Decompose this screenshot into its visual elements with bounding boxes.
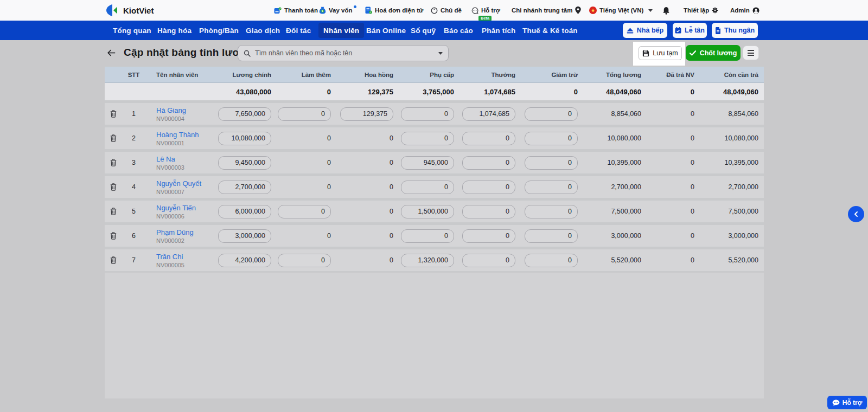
salary-input[interactable]: 129,375 xyxy=(340,107,393,121)
employee-name-link[interactable]: Nguyễn Quyết xyxy=(156,179,201,188)
salary-input[interactable]: 0 xyxy=(401,181,454,194)
trash-icon[interactable] xyxy=(110,183,117,191)
nha-bep-button[interactable]: Nhà bếp xyxy=(623,23,667,38)
nav-tab-10[interactable]: Phân tích xyxy=(482,21,516,40)
cell-4: 0 xyxy=(454,254,515,267)
salary-input[interactable]: 9,450,000 xyxy=(218,156,271,170)
trash-icon[interactable] xyxy=(110,110,117,118)
thu-ngan-button[interactable]: Thu ngân xyxy=(712,23,758,38)
employee-name-link[interactable]: Nguyễn Tiến xyxy=(156,204,196,212)
topbar-item-admin[interactable]: Admin xyxy=(730,0,760,21)
summary-value-0: 43,080,000 xyxy=(212,88,271,96)
table-row: 5Nguyễn TiếnNV0000066,000,000001,500,000… xyxy=(105,198,764,222)
row-index: 3 xyxy=(122,159,145,166)
salary-input[interactable]: 1,074,685 xyxy=(462,107,515,121)
salary-input[interactable]: 0 xyxy=(525,181,578,194)
language-caret-icon xyxy=(648,9,653,12)
salary-input[interactable]: 6,000,000 xyxy=(218,205,271,218)
cell-2: 0 xyxy=(331,134,393,142)
nav-tab-1[interactable]: Tổng quan xyxy=(113,21,151,40)
delete-row-button[interactable] xyxy=(105,183,122,191)
delete-row-button[interactable] xyxy=(105,159,122,166)
salary-input[interactable]: 4,200,000 xyxy=(218,254,271,267)
cell-0: 6,000,000 xyxy=(212,205,271,218)
salary-input[interactable]: 0 xyxy=(525,254,578,267)
le-tan-button[interactable]: Lễ tân xyxy=(673,23,707,38)
salary-input[interactable]: 0 xyxy=(401,107,454,121)
delete-row-button[interactable] xyxy=(105,134,122,142)
notifications-button[interactable] xyxy=(662,0,670,21)
salary-input[interactable]: 0 xyxy=(525,205,578,218)
salary-input[interactable]: 0 xyxy=(278,205,331,218)
search-dropdown-caret-icon[interactable] xyxy=(438,52,443,55)
salary-input[interactable]: 0 xyxy=(525,132,578,145)
salary-input[interactable]: 0 xyxy=(462,181,515,194)
finalize-salary-button[interactable]: Chốt lương xyxy=(686,45,741,61)
nav-tab-5[interactable]: Đối tác xyxy=(286,21,311,40)
topbar-item-lang[interactable]: ★Tiếng Việt (VN) xyxy=(589,0,653,21)
salary-input[interactable]: 0 xyxy=(525,229,578,243)
trash-icon[interactable] xyxy=(110,159,117,166)
save-draft-button[interactable]: Lưu tạm xyxy=(639,46,682,60)
nav-tab-11[interactable]: Thuế & Kế toán xyxy=(522,21,578,40)
nav-tab-8[interactable]: Sổ quỹ xyxy=(411,21,436,40)
delete-row-button[interactable] xyxy=(105,208,122,215)
salary-input[interactable]: 0 xyxy=(525,156,578,170)
nav-tab-3[interactable]: Phòng/Bàn xyxy=(199,21,239,40)
table-summary-row: 43,080,0000129,3753,765,0001,074,685048,… xyxy=(105,83,764,100)
salary-input[interactable]: 10,080,000 xyxy=(218,132,271,145)
topbar-item-vay-von[interactable]: $Vay vốn xyxy=(319,0,356,21)
delete-row-button[interactable] xyxy=(105,232,122,240)
salary-input[interactable]: 0 xyxy=(401,229,454,243)
help-button[interactable]: Hỗ trợ xyxy=(827,396,867,409)
salary-input[interactable]: 0 xyxy=(278,254,331,267)
topbar-item-thanh-toan[interactable]: ✓Thanh toán xyxy=(274,0,318,21)
back-button[interactable] xyxy=(106,48,116,57)
topbar-item-chu-de[interactable]: Chủ đề xyxy=(431,0,462,21)
row-index: 4 xyxy=(122,183,145,191)
salary-input[interactable]: 0 xyxy=(462,132,515,145)
topbar-item-hoa-don[interactable]: ✓Hoá đơn điện tử xyxy=(365,0,423,21)
salary-input[interactable]: 0 xyxy=(525,107,578,121)
more-menu-button[interactable] xyxy=(743,46,759,60)
nav-tab-6[interactable]: Nhân viên xyxy=(318,23,364,38)
cell-3: 945,000 xyxy=(393,156,454,170)
cell-6: 7,500,000 xyxy=(578,208,641,215)
row-index: 6 xyxy=(122,232,145,240)
salary-input[interactable]: 945,000 xyxy=(401,156,454,170)
employee-name-link[interactable]: Lê Na xyxy=(156,155,184,163)
topbar-item-chi-nhanh[interactable]: Chi nhánh trung tâm xyxy=(512,0,581,21)
salary-input[interactable]: 0 xyxy=(401,132,454,145)
main-nav: Tổng quanHàng hóaPhòng/BànGiao dịchĐối t… xyxy=(0,21,868,40)
nav-tab-2[interactable]: Hàng hóa xyxy=(157,21,192,40)
salary-input[interactable]: 0 xyxy=(462,229,515,243)
trash-icon[interactable] xyxy=(110,208,117,215)
trash-icon[interactable] xyxy=(110,256,117,264)
nav-tab-9[interactable]: Báo cáo xyxy=(444,21,473,40)
employee-name-link[interactable]: Trần Chi xyxy=(156,253,184,261)
employee-name-link[interactable]: Phạm Dũng xyxy=(156,228,194,236)
cell-0: 7,650,000 xyxy=(212,107,271,121)
employee-name-link[interactable]: Hoàng Thành xyxy=(156,131,199,139)
trash-icon[interactable] xyxy=(110,134,117,142)
delete-row-button[interactable] xyxy=(105,110,122,118)
search-input[interactable]: Tìm nhân viên theo mã hoặc tên xyxy=(238,45,449,61)
nav-tab-7[interactable]: Bán Online xyxy=(366,21,406,40)
salary-input[interactable]: 0 xyxy=(462,156,515,170)
nav-tab-4[interactable]: Giao dịch xyxy=(246,21,280,40)
salary-input[interactable]: 1,320,000 xyxy=(401,254,454,267)
topbar-item-thiet-lap[interactable]: Thiết lập xyxy=(684,0,718,21)
collapse-panel-button[interactable] xyxy=(848,206,864,222)
trash-icon[interactable] xyxy=(110,232,117,240)
employee-name-link[interactable]: Hà Giang xyxy=(156,106,186,114)
salary-input[interactable]: 0 xyxy=(462,254,515,267)
salary-input[interactable]: 0 xyxy=(278,107,331,121)
delete-row-button[interactable] xyxy=(105,256,122,264)
salary-input[interactable]: 2,700,000 xyxy=(218,181,271,194)
notification-bell-icon xyxy=(662,7,670,15)
salary-input[interactable]: 7,650,000 xyxy=(218,107,271,121)
salary-input[interactable]: 0 xyxy=(462,205,515,218)
salary-input[interactable]: 3,000,000 xyxy=(218,229,271,243)
salary-input[interactable]: 1,500,000 xyxy=(401,205,454,218)
table-header-row: STTTên nhân viênLương chínhLàm thêmHoa h… xyxy=(105,67,764,83)
